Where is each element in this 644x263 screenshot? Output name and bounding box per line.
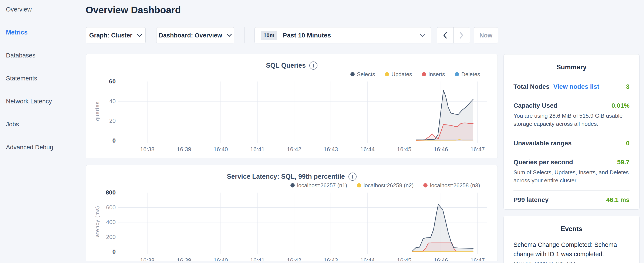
svg-text:16:42: 16:42	[287, 257, 301, 261]
chevron-down-icon	[137, 34, 142, 37]
sidebar-item-overview[interactable]: Overview	[6, 6, 86, 13]
legend-item-localhost-26257-n1-: localhost:26257 (n1)	[290, 182, 347, 189]
svg-text:16:45: 16:45	[397, 146, 412, 153]
sidebar-item-statements[interactable]: Statements	[6, 75, 86, 82]
sql-queries-plot[interactable]: 16:3816:3916:4016:4116:4216:4316:4416:45…	[90, 79, 494, 153]
svg-text:0: 0	[112, 137, 116, 144]
info-icon[interactable]: i	[309, 62, 318, 70]
time-step-forward-button[interactable]	[453, 28, 470, 43]
legend-dot	[423, 183, 428, 187]
chevron-right-icon	[459, 32, 464, 39]
events-title: Events	[504, 216, 639, 233]
svg-text:16:41: 16:41	[250, 257, 265, 261]
svg-text:800: 800	[106, 190, 116, 196]
summary-metric-value: 59.7	[617, 158, 630, 166]
summary-metric-value: 0.01%	[612, 102, 630, 109]
svg-text:16:42: 16:42	[287, 146, 301, 153]
time-step-back-button[interactable]	[437, 28, 453, 43]
svg-text:200: 200	[106, 234, 116, 240]
svg-text:400: 400	[106, 219, 116, 225]
legend-dot	[385, 72, 389, 76]
dashboard-selector-label: Dashboard: Overview	[158, 32, 222, 39]
summary-row: Unavailable ranges0	[514, 134, 630, 153]
events-panel: Events Schema Change Completed: Schema c…	[504, 216, 640, 263]
legend-item-selects: Selects	[350, 71, 375, 78]
main-content: Overview Dashboard Graph: Cluster Dashbo…	[86, 0, 498, 261]
graph-selector-label: Graph: Cluster	[89, 32, 132, 39]
sidebar-item-jobs[interactable]: Jobs	[6, 120, 86, 128]
sql-queries-chart-card: SQL Queries i SelectsUpdatesInsertsDelet…	[86, 54, 498, 158]
legend-label: localhost:26258 (n3)	[430, 182, 480, 189]
event-text: Schema Change Completed: Schema change w…	[514, 240, 630, 259]
sidebar-item-databases[interactable]: Databases	[6, 52, 86, 59]
legend-dot	[357, 183, 361, 187]
chart-title: Service Latency: SQL, 99th percentile	[227, 173, 345, 180]
service-latency-chart-card: Service Latency: SQL, 99th percentile i …	[86, 165, 498, 261]
svg-text:latency (ms): latency (ms)	[94, 206, 100, 239]
legend-item-updates: Updates	[385, 71, 412, 78]
summary-metric-label: Capacity Used	[514, 102, 558, 109]
service-latency-plot[interactable]: 16:3816:3916:4016:4116:4216:4316:4416:45…	[90, 190, 494, 261]
view-nodes-list-link[interactable]: View nodes list	[553, 83, 599, 90]
svg-text:16:43: 16:43	[324, 257, 338, 261]
chevron-down-icon	[420, 34, 425, 37]
svg-text:16:40: 16:40	[214, 146, 228, 153]
legend-label: localhost:26257 (n1)	[297, 182, 347, 189]
svg-text:600: 600	[106, 204, 116, 211]
svg-text:queries: queries	[94, 101, 100, 121]
summary-title: Summary	[504, 55, 639, 71]
event-item[interactable]: Schema Change Completed: Schema change w…	[514, 240, 630, 263]
now-button[interactable]: Now	[474, 27, 498, 43]
summary-metric-description: You are using 28.6 MiB of 515.9 GiB usab…	[514, 112, 630, 128]
sidebar-item-network-latency[interactable]: Network Latency	[6, 97, 86, 105]
svg-text:16:46: 16:46	[434, 257, 448, 261]
svg-text:60: 60	[109, 79, 116, 85]
summary-row: Capacity Used0.01%You are using 28.6 MiB…	[514, 96, 630, 134]
summary-metric-description: Sum of Selects, Updates, Inserts, and De…	[514, 168, 630, 184]
time-step-buttons	[437, 27, 470, 43]
summary-metric-label: Queries per second	[514, 158, 573, 166]
summary-metric-value: 3	[626, 83, 630, 90]
svg-text:16:47: 16:47	[470, 257, 485, 261]
graph-selector-dropdown[interactable]: Graph: Cluster	[86, 27, 146, 43]
legend-label: Selects	[357, 71, 375, 78]
svg-text:16:44: 16:44	[360, 257, 375, 261]
chart-title: SQL Queries	[266, 62, 306, 69]
svg-text:16:38: 16:38	[140, 257, 154, 261]
svg-text:16:41: 16:41	[250, 146, 265, 153]
toolbar: Graph: Cluster Dashboard: Overview 10m P…	[86, 27, 498, 43]
info-icon[interactable]: i	[348, 173, 356, 181]
summary-metric-label: Total Nodes	[514, 83, 550, 90]
legend-item-localhost-26259-n2-: localhost:26259 (n2)	[357, 182, 414, 189]
svg-text:16:40: 16:40	[214, 257, 228, 261]
legend-dot	[350, 72, 355, 76]
sidebar-item-metrics[interactable]: Metrics	[6, 29, 86, 36]
sidebar-nav: OverviewMetricsDatabasesStatementsNetwor…	[6, 6, 86, 151]
page-title: Overview Dashboard	[86, 4, 498, 16]
summary-row: Queries per second59.7Sum of Selects, Up…	[514, 153, 630, 190]
legend-dot	[455, 72, 459, 76]
legend-label: Deletes	[461, 71, 480, 78]
time-range-dropdown[interactable]: 10m Past 10 Minutes	[254, 27, 431, 43]
svg-text:16:44: 16:44	[360, 146, 375, 153]
legend-item-localhost-26258-n3-: localhost:26258 (n3)	[423, 182, 480, 189]
legend-label: Inserts	[428, 71, 445, 78]
chart-legend: localhost:26257 (n1)localhost:26259 (n2)…	[86, 181, 498, 189]
summary-metric-label: Unavailable ranges	[514, 140, 572, 147]
sidebar-item-advanced-debug[interactable]: Advanced Debug	[6, 143, 86, 151]
svg-text:40: 40	[109, 98, 116, 105]
summary-panel: Summary Total NodesView nodes list3Capac…	[504, 54, 640, 210]
toolbar-divider	[244, 27, 245, 43]
sidebar: OverviewMetricsDatabasesStatementsNetwor…	[0, 0, 86, 166]
chevron-down-icon	[226, 34, 232, 37]
dashboard-selector-dropdown[interactable]: Dashboard: Overview	[156, 27, 234, 43]
svg-text:0: 0	[112, 248, 116, 255]
chart-legend: SelectsUpdatesInsertsDeletes	[86, 70, 498, 78]
svg-text:16:39: 16:39	[177, 146, 191, 153]
event-timestamp: May 13, 2020 at 4:45 PM	[514, 260, 630, 263]
svg-text:16:46: 16:46	[434, 146, 448, 153]
right-column: Summary Total NodesView nodes list3Capac…	[504, 54, 640, 263]
legend-dot	[422, 72, 426, 76]
legend-item-deletes: Deletes	[455, 71, 480, 78]
legend-label: localhost:26259 (n2)	[364, 182, 414, 189]
